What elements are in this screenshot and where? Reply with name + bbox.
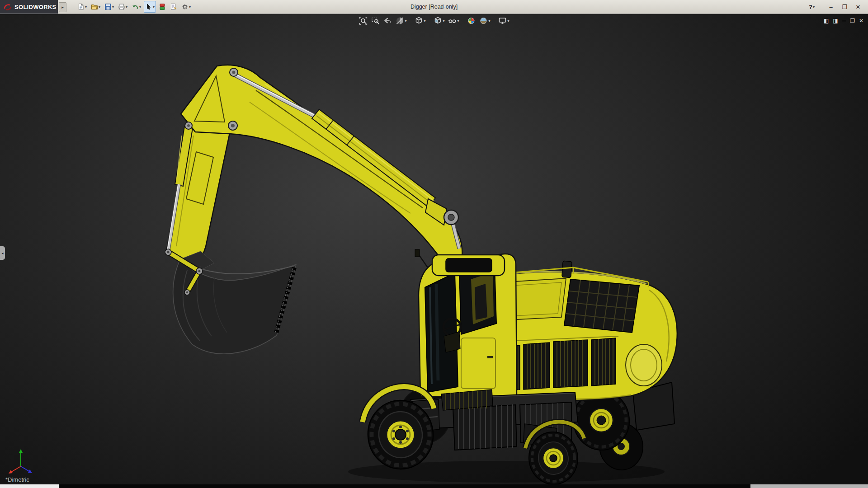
solidworks-logo: SOLIDWORKS (0, 0, 58, 14)
new-document-icon (77, 3, 85, 10)
dropdown-caret-icon[interactable]: ▾ (813, 5, 815, 9)
dropdown-caret-icon[interactable]: ▾ (126, 5, 127, 9)
doc-restore-button[interactable]: ❐ (850, 16, 855, 26)
close-button[interactable]: ✕ (853, 2, 863, 12)
bottom-strip-left (0, 484, 59, 488)
dropdown-caret-icon[interactable]: ▾ (458, 19, 459, 23)
minimize-button[interactable]: – (826, 2, 836, 12)
cab[interactable] (415, 249, 517, 397)
view-orientation-label: *Dimetric (5, 476, 29, 483)
zoom-to-fit-icon (359, 16, 368, 25)
dropdown-caret-icon[interactable]: ▾ (443, 19, 444, 23)
dropdown-caret-icon[interactable]: ▾ (153, 5, 155, 9)
doc-minimize-button[interactable]: ─ (842, 16, 846, 26)
new-document-button[interactable]: ▾ (76, 1, 88, 13)
previous-view-icon (383, 16, 392, 25)
hide-show-glasses-icon (448, 16, 457, 25)
undo-icon (132, 3, 139, 10)
view-orientation-cube-icon (414, 16, 423, 25)
display-style-icon (433, 16, 442, 25)
help-button[interactable]: ?▾ (809, 4, 815, 10)
exhaust-stack (562, 261, 572, 277)
zoom-to-fit-button[interactable] (358, 16, 368, 26)
ds-logo-icon (3, 3, 13, 11)
edit-appearance-button[interactable] (466, 16, 477, 26)
bottom-strip-middle (59, 484, 750, 488)
section-view-button[interactable]: ▾ (394, 16, 407, 26)
file-properties-button[interactable] (169, 1, 179, 13)
section-view-icon (395, 16, 404, 25)
solidworks-window: SOLIDWORKS ▸ ▾ ▾ (0, 0, 868, 488)
pane-left-icon[interactable]: ◧ (824, 16, 829, 26)
view-settings-icon (498, 16, 507, 25)
seat (475, 284, 487, 320)
save-icon (104, 3, 112, 10)
save-button[interactable]: ▾ (103, 1, 115, 13)
dropdown-caret-icon[interactable]: ▾ (112, 5, 114, 9)
engine-vent-grid (564, 279, 639, 333)
engine-housing[interactable] (495, 261, 677, 400)
featuretree-collapse-tab[interactable]: ◂ (0, 246, 5, 260)
menu-flyout-button[interactable]: ▸ (59, 2, 66, 12)
maximize-button[interactable]: ❐ (839, 2, 850, 12)
digger-model[interactable] (0, 0, 868, 488)
bottom-strip-right (750, 484, 868, 488)
rebuild-icon (159, 3, 166, 10)
quick-access-toolbar: ▾ ▾ ▾ ▾ (76, 1, 192, 13)
titlebar-right-controls: ?▾ – ❐ ✕ (809, 0, 863, 14)
headsup-view-toolbar: ▾ ▾ ▾ (358, 16, 510, 26)
apply-scene-icon (479, 16, 488, 25)
print-button[interactable]: ▾ (117, 1, 129, 13)
options-button[interactable]: ▾ (180, 1, 192, 13)
zoom-to-area-icon (371, 16, 380, 25)
open-folder-icon (91, 3, 98, 10)
zoom-to-area-button[interactable] (370, 16, 381, 26)
open-button[interactable]: ▾ (90, 1, 102, 13)
dropdown-caret-icon[interactable]: ▾ (424, 19, 425, 23)
view-settings-button[interactable]: ▾ (497, 16, 510, 26)
orientation-triad (7, 446, 42, 475)
dropdown-caret-icon[interactable]: ▾ (139, 5, 141, 9)
pane-right-icon[interactable]: ◨ (833, 16, 838, 26)
apply-scene-button[interactable]: ▾ (478, 16, 491, 26)
dropdown-caret-icon[interactable]: ▾ (405, 19, 406, 23)
view-orientation-button[interactable]: ▾ (413, 16, 426, 26)
doc-close-button[interactable]: ✕ (859, 16, 863, 26)
edit-appearance-sphere-icon (467, 16, 476, 25)
display-style-button[interactable]: ▾ (432, 16, 445, 26)
options-gear-icon (181, 3, 189, 10)
previous-view-button[interactable] (382, 16, 393, 26)
document-window-controls: ◧ ◨ ─ ❐ ✕ (824, 16, 863, 26)
dropdown-caret-icon[interactable]: ▾ (85, 5, 87, 9)
titlebar: SOLIDWORKS ▸ ▾ ▾ (0, 0, 868, 14)
dropdown-caret-icon[interactable]: ▾ (508, 19, 509, 23)
graphics-area[interactable]: ▾ ▾ ▾ (0, 14, 868, 484)
dropdown-caret-icon[interactable]: ▾ (99, 5, 100, 9)
hide-show-items-button[interactable]: ▾ (447, 16, 460, 26)
rebuild-button[interactable] (157, 1, 167, 13)
dropdown-caret-icon[interactable]: ▾ (189, 5, 191, 9)
brand-text: SOLIDWORKS (14, 4, 57, 10)
undo-button[interactable]: ▾ (130, 1, 142, 13)
select-button[interactable]: ▾ (144, 1, 156, 13)
select-cursor-icon (145, 3, 152, 10)
mirror (415, 249, 420, 257)
print-icon (118, 3, 125, 10)
file-properties-icon (170, 3, 177, 10)
dropdown-caret-icon[interactable]: ▾ (489, 19, 491, 23)
